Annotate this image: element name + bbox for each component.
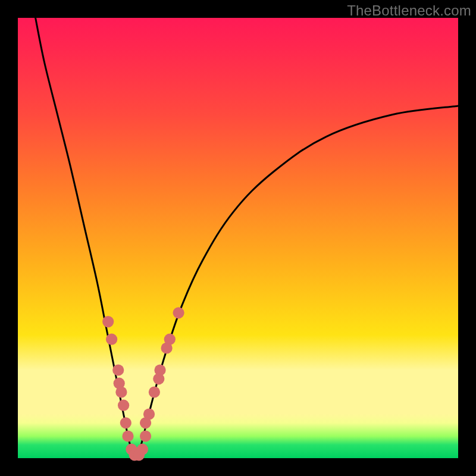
chart-frame: TheBottleneck.com (0, 0, 476, 476)
data-marker (143, 408, 155, 419)
data-marker (112, 364, 124, 375)
series-right-branch (137, 106, 458, 458)
data-marker (149, 386, 160, 397)
curve-layer (18, 18, 458, 458)
data-marker (154, 364, 165, 375)
data-marker (118, 400, 129, 411)
data-marker (164, 334, 176, 345)
data-marker (140, 430, 151, 441)
watermark-text: TheBottleneck.com (347, 2, 471, 19)
data-marker (115, 386, 127, 397)
data-marker (122, 430, 133, 441)
data-marker (173, 307, 184, 318)
curves-group (36, 18, 458, 458)
data-marker (106, 334, 117, 345)
markers-group (102, 307, 184, 461)
data-marker (102, 316, 114, 327)
data-marker (120, 417, 131, 428)
plot-area (18, 18, 458, 458)
data-marker (137, 444, 148, 455)
